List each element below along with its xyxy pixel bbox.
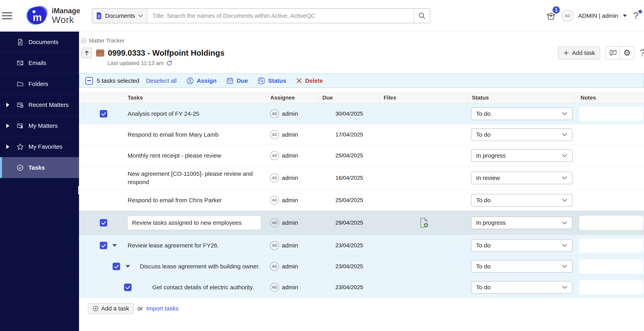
add-a-task-button[interactable]: Add a task — [88, 303, 134, 314]
sidebar-item-emails[interactable]: Emails — [0, 52, 79, 74]
user-menu-label[interactable]: ADMIN | admin — [578, 12, 618, 19]
sidebar-item-my-matters[interactable]: My Matters — [0, 115, 79, 136]
check-icon — [113, 263, 120, 270]
favorites-star-icon — [16, 143, 26, 150]
due-date[interactable]: 23/04/2025 — [336, 284, 363, 290]
assignee-avatar: AD — [270, 262, 279, 271]
status-dropdown[interactable]: To do — [471, 108, 572, 120]
due-date[interactable]: 25/04/2025 — [336, 152, 363, 159]
due-date[interactable]: 17/04/2025 — [336, 132, 363, 138]
chevron-down-icon — [562, 154, 567, 157]
help-button[interactable]: ? — [633, 10, 638, 21]
expand-arrow-icon[interactable] — [6, 103, 9, 107]
add-task-button[interactable]: Add task — [558, 46, 600, 60]
search-input[interactable] — [147, 9, 414, 23]
status-dropdown[interactable]: In review — [471, 172, 572, 184]
due-button[interactable]: Due — [226, 77, 248, 85]
page-help-glyph: ? — [640, 48, 644, 58]
search-scope-dropdown[interactable]: Documents — [92, 9, 147, 23]
go-up-button[interactable] — [82, 48, 92, 58]
due-date[interactable]: 16/04/2025 — [336, 175, 363, 181]
avatar-initials: AD — [272, 198, 277, 202]
status-dropdown[interactable]: To do — [471, 128, 572, 141]
status-dropdown[interactable]: To do — [471, 239, 572, 252]
task-title[interactable]: New agreement [CO-11005]- please review … — [128, 170, 259, 186]
add-file-icon[interactable] — [420, 218, 429, 228]
user-menu-caret-icon[interactable] — [623, 14, 627, 17]
imanage-work-app: m iManage Work Documents — [0, 0, 644, 331]
status-search-icon — [258, 77, 265, 85]
sidebar-item-tasks[interactable]: Tasks — [0, 157, 79, 178]
column-header-status: Status — [468, 92, 574, 103]
status-dropdown[interactable]: In progress — [471, 149, 572, 162]
task-title-input[interactable]: Review tasks assigned to new employees — [128, 216, 261, 230]
task-checkbox[interactable] — [100, 242, 107, 249]
task-title[interactable]: Respond to email from Mary Lamb — [128, 130, 218, 139]
status-value: To do — [476, 242, 490, 249]
due-date[interactable]: 23/04/2025 — [336, 263, 363, 270]
sidebar-item-recent-matters[interactable]: Recent Matters — [0, 94, 79, 115]
hamburger-menu-icon[interactable] — [2, 12, 12, 19]
avatar-initials: AD — [272, 176, 277, 180]
status-dropdown[interactable]: To do — [471, 194, 572, 206]
status-dropdown[interactable]: To do — [471, 281, 572, 294]
page-help-button[interactable]: ? — [640, 47, 644, 59]
status-dropdown[interactable]: In progress — [471, 216, 572, 229]
assign-person-icon — [186, 77, 194, 85]
comments-button[interactable] — [606, 47, 620, 59]
import-tasks-link[interactable]: Import tasks — [146, 305, 178, 312]
whats-new-button[interactable]: 1 — [545, 10, 557, 22]
expand-caret-icon[interactable] — [126, 265, 130, 268]
due-date[interactable]: 25/04/2025 — [336, 197, 363, 204]
sidebar-item-my-favorites[interactable]: My Favorites — [0, 136, 79, 157]
task-checkbox[interactable] — [124, 284, 132, 291]
due-date[interactable]: 30/04/2025 — [336, 110, 363, 117]
status-dropdown[interactable]: To do — [471, 260, 572, 273]
help-notification-dot — [638, 10, 642, 14]
task-title[interactable]: Respond to email from Chris Parker — [128, 196, 222, 204]
task-title[interactable]: Get contact details of electric authorit… — [152, 283, 254, 292]
notes-input[interactable] — [579, 238, 643, 252]
task-title[interactable]: Discuss lease agreement with building ow… — [140, 262, 260, 270]
check-icon — [124, 284, 131, 291]
task-title[interactable]: Analysis report of FY 24-25 — [128, 110, 199, 118]
task-row: Discuss lease agreement with building ow… — [79, 256, 644, 277]
chevron-down-icon — [562, 286, 567, 289]
notes-input[interactable] — [579, 216, 643, 230]
notes-input[interactable] — [579, 107, 643, 121]
due-date[interactable]: 23/04/2025 — [336, 242, 363, 249]
page-title: 0999.0333 - Wolfpoint Holdings — [108, 48, 224, 58]
task-checkbox[interactable] — [100, 110, 107, 118]
sidebar-item-documents[interactable]: Documents — [0, 32, 79, 52]
sidebar-item-label: My Matters — [28, 122, 58, 129]
settings-button[interactable]: ⚙ — [620, 47, 634, 59]
search-button[interactable] — [414, 9, 430, 23]
assignee-avatar: AD — [270, 109, 279, 118]
expand-arrow-icon[interactable] — [6, 124, 9, 128]
refresh-icon[interactable] — [166, 60, 172, 66]
status-button[interactable]: Status — [258, 77, 286, 85]
select-all-checkbox[interactable] — [85, 77, 93, 84]
status-value: To do — [476, 263, 490, 270]
due-date[interactable]: 29/04/2025 — [336, 220, 363, 226]
sidebar-item-folders[interactable]: Folders — [0, 74, 79, 94]
notes-input[interactable] — [579, 259, 643, 274]
task-checkbox[interactable] — [100, 219, 107, 226]
notes-input[interactable] — [579, 280, 643, 294]
expand-arrow-icon[interactable] — [6, 144, 9, 149]
sidebar-nav: Documents Emails Folders Recent Matters … — [0, 32, 79, 331]
expand-caret-icon[interactable] — [112, 244, 117, 247]
task-title[interactable]: Monthly rent receipt - please review — [128, 152, 221, 160]
deselect-all-link[interactable]: Deselect all — [146, 78, 176, 84]
delete-button[interactable]: Delete — [296, 78, 323, 84]
task-title[interactable]: Review lease agreement for FY26. — [128, 241, 219, 250]
user-avatar[interactable]: AD — [562, 10, 573, 22]
assign-button[interactable]: Assign — [186, 77, 216, 85]
task-checkbox[interactable] — [112, 263, 120, 270]
task-row: Analysis report of FY 24-25 AD admin 30/… — [79, 103, 644, 124]
task-row: Review lease agreement for FY26. AD admi… — [79, 235, 644, 256]
assignee-avatar: AD — [270, 174, 279, 182]
avatar-initials: AD — [272, 132, 277, 137]
add-task-label: Add task — [572, 50, 595, 56]
task-row: Respond to email from Mary Lamb AD admin… — [79, 124, 644, 145]
